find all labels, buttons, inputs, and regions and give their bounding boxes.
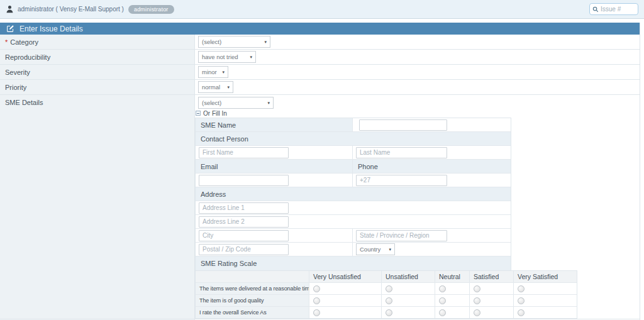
required-marker: * bbox=[5, 38, 8, 46]
city-input[interactable] bbox=[199, 230, 289, 241]
contact-person-header: Contact Person bbox=[196, 132, 511, 146]
sme-select[interactable]: (select) ▾ bbox=[198, 97, 274, 109]
edit-icon bbox=[6, 25, 19, 33]
email-label: Email bbox=[196, 160, 353, 173]
category-row: * Category (select) ▾ bbox=[0, 35, 640, 50]
reproducibility-row: Reproducibility have not tried ▾ bbox=[0, 50, 640, 65]
radio-button[interactable] bbox=[386, 285, 392, 292]
dropdown-arrow-icon: ▾ bbox=[227, 85, 230, 90]
city-state-row bbox=[196, 229, 511, 243]
rating-col-header: Neutral bbox=[435, 271, 469, 282]
phone-input[interactable] bbox=[356, 175, 447, 186]
email-input[interactable] bbox=[199, 175, 289, 186]
panel-title: Enter Issue Details bbox=[19, 25, 83, 33]
radio-button[interactable] bbox=[518, 297, 525, 304]
user-label[interactable]: administrator ( Vensy E-Mall Support ) bbox=[18, 6, 124, 13]
issue-search-input[interactable] bbox=[601, 6, 635, 13]
priority-row: Priority normal ▾ bbox=[0, 80, 640, 95]
address1-row bbox=[196, 201, 511, 215]
email-phone-row bbox=[196, 174, 511, 187]
radio-button[interactable] bbox=[518, 309, 525, 316]
rating-table: Very Unsatisfied Unsatisfied Neutral Sat… bbox=[195, 270, 577, 319]
rating-col-header: Very Satisfied bbox=[513, 271, 577, 282]
rating-col-header: Very Unsatisfied bbox=[309, 271, 381, 282]
rating-scale-header: SME Rating Scale bbox=[196, 257, 511, 270]
rating-col-header: Satisfied bbox=[469, 271, 513, 282]
sme-name-label: SME Name bbox=[196, 118, 353, 131]
rating-col-header: Unsatisfied bbox=[381, 271, 435, 282]
reproducibility-label: Reproducibility bbox=[0, 50, 195, 64]
rating-row-service: I rate the overall Service As bbox=[196, 306, 577, 318]
dropdown-arrow-icon: ▾ bbox=[222, 70, 225, 75]
issue-form-panel: Enter Issue Details * Category (select) … bbox=[0, 23, 640, 320]
address-line2-input[interactable] bbox=[199, 216, 289, 228]
radio-button[interactable] bbox=[439, 297, 446, 304]
dropdown-arrow-icon: ▾ bbox=[389, 247, 391, 252]
contact-person-label: Contact Person bbox=[196, 132, 511, 145]
phone-label: Phone bbox=[353, 160, 511, 173]
or-fill-in-label: Or Fill In bbox=[203, 110, 227, 117]
dropdown-arrow-icon: ▾ bbox=[267, 101, 270, 106]
radio-button[interactable] bbox=[474, 297, 480, 304]
rating-header-spacer bbox=[196, 271, 309, 282]
sme-name-input[interactable] bbox=[359, 119, 447, 131]
sme-details-row: SME Details (select) ▾ Or Fill In SME Na… bbox=[0, 95, 640, 319]
panel-header: Enter Issue Details bbox=[0, 23, 640, 35]
address-line1-input[interactable] bbox=[199, 202, 289, 214]
rating-row-quality: The item is of good quality bbox=[196, 294, 577, 306]
user-icon bbox=[6, 5, 14, 13]
sme-details-label: SME Details bbox=[0, 95, 195, 319]
severity-row: Severity minor ▾ bbox=[0, 65, 640, 80]
role-badge: administrator bbox=[128, 5, 174, 14]
radio-button[interactable] bbox=[313, 309, 320, 316]
dropdown-arrow-icon: ▾ bbox=[250, 55, 252, 60]
radio-button[interactable] bbox=[518, 285, 525, 292]
radio-button[interactable] bbox=[386, 297, 392, 304]
category-select[interactable]: (select) ▾ bbox=[198, 36, 270, 48]
priority-select[interactable]: normal ▾ bbox=[198, 81, 233, 93]
contact-name-row bbox=[196, 146, 511, 160]
email-phone-header: Email Phone bbox=[196, 160, 511, 174]
radio-button[interactable] bbox=[386, 309, 392, 316]
category-label: * Category bbox=[0, 35, 195, 49]
rating-row-delivery: The items were delivered at a reasonable… bbox=[196, 282, 577, 294]
address2-row bbox=[196, 215, 511, 229]
collapse-icon[interactable] bbox=[196, 111, 201, 116]
radio-button[interactable] bbox=[439, 309, 446, 316]
reproducibility-select[interactable]: have not tried ▾ bbox=[198, 51, 256, 63]
radio-button[interactable] bbox=[313, 297, 320, 304]
severity-label: Severity bbox=[0, 65, 195, 79]
country-select[interactable]: Country ▾ bbox=[356, 243, 395, 255]
postal-input[interactable] bbox=[199, 244, 289, 255]
radio-button[interactable] bbox=[474, 285, 480, 292]
dropdown-arrow-icon: ▾ bbox=[264, 40, 267, 45]
priority-label: Priority bbox=[0, 80, 195, 94]
rating-scale-label: SME Rating Scale bbox=[196, 257, 511, 270]
address-header: Address bbox=[196, 187, 511, 201]
sme-table: SME Name Contact Person Email Phone bbox=[195, 118, 511, 270]
postal-country-row: Country ▾ bbox=[196, 243, 511, 257]
radio-button[interactable] bbox=[439, 285, 446, 292]
rating-header-row: Very Unsatisfied Unsatisfied Neutral Sat… bbox=[196, 271, 577, 282]
first-name-input[interactable] bbox=[199, 147, 289, 158]
radio-button[interactable] bbox=[474, 309, 480, 316]
issue-search-box[interactable] bbox=[589, 3, 638, 15]
severity-select[interactable]: minor ▾ bbox=[198, 66, 228, 78]
address-label: Address bbox=[196, 187, 511, 201]
user-menu[interactable]: administrator ( Vensy E-Mall Support ) a… bbox=[6, 5, 174, 14]
radio-button[interactable] bbox=[313, 285, 320, 292]
sme-name-row: SME Name bbox=[196, 118, 511, 132]
search-icon bbox=[592, 6, 599, 13]
state-input[interactable] bbox=[356, 230, 447, 241]
topbar: administrator ( Vensy E-Mall Support ) a… bbox=[0, 0, 644, 19]
last-name-input[interactable] bbox=[356, 147, 447, 158]
